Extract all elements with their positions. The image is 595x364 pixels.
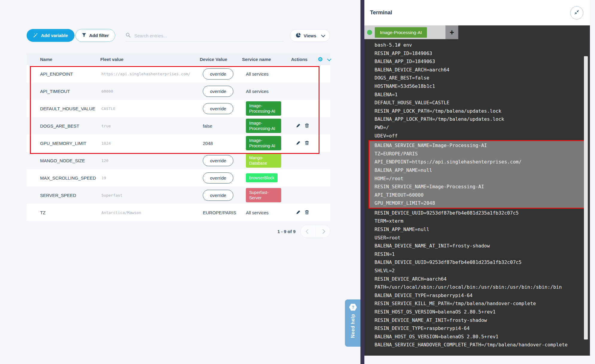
terminal-line: RESIN_DEVICE_ARCH=aarch64 xyxy=(375,275,590,283)
add-filter-button[interactable]: Add filter xyxy=(75,29,115,42)
terminal-line: TZ=EUROPE/PARIS xyxy=(375,150,585,158)
override-button[interactable]: override xyxy=(203,86,233,97)
chevron-left-icon xyxy=(306,229,311,234)
collapse-terminal-button[interactable] xyxy=(570,6,583,19)
terminal-line: RESIN=1 xyxy=(375,250,590,259)
column-label: Name xyxy=(40,57,52,62)
device-value: EUROPE/PARIS xyxy=(203,210,236,215)
terminal-line: PATH=/usr/local/sbin:/usr/local/bin:/usr… xyxy=(375,283,590,291)
need-help-tab[interactable]: ? Need help xyxy=(345,299,361,347)
column-header-device-value[interactable]: Device Value xyxy=(200,57,242,62)
table-row: DOGS_ARE_BEST true false Image-Processin… xyxy=(27,117,330,134)
fleet-value: 120 xyxy=(101,158,203,163)
terminal-line: BALENA_DEVICE_ARCH=aarch64 xyxy=(375,66,590,74)
terminal-line: BALENA_DEVICE_NAME_AT_INIT=frosty-shadow xyxy=(375,242,590,250)
variable-name: TZ xyxy=(27,210,101,215)
fleet-value: 19 xyxy=(101,176,203,180)
terminal-line: RESIN_DEVICE_NAME_AT_INIT=frosty-shadow xyxy=(375,316,590,325)
terminal-scrollbar[interactable] xyxy=(584,56,588,339)
terminal-line: bash-5.1# env xyxy=(375,41,590,49)
delete-button[interactable] xyxy=(305,210,309,215)
add-variable-button[interactable]: Add variable xyxy=(27,29,74,42)
terminal-tab-strip: Image-Processing-AI xyxy=(364,25,445,39)
trash-icon xyxy=(305,210,309,215)
edit-button[interactable] xyxy=(296,210,301,215)
table-row: API_TIMEOUT 60000 override All services xyxy=(27,82,330,100)
add-filter-label: Add filter xyxy=(89,33,109,38)
table-row: SERVER_SPEED Superfast override Superfas… xyxy=(27,186,330,204)
override-button[interactable]: override xyxy=(203,68,233,79)
table-header: Name Fleet value Device Value Service na… xyxy=(27,53,330,65)
search-input[interactable] xyxy=(134,33,284,39)
table-row: API_ENDPOINT https://api.singlehashenter… xyxy=(27,65,330,82)
sort-icon xyxy=(230,57,232,62)
table-row: MAX_SCROLLING_SPEED 19 override browserB… xyxy=(27,169,330,186)
override-button[interactable]: override xyxy=(203,172,233,183)
filter-funnel-icon xyxy=(82,33,86,38)
sort-icon xyxy=(310,57,313,62)
online-status-dot xyxy=(367,30,372,35)
terminal-line: API_TIMEOUT=60000 xyxy=(375,191,585,199)
variable-name: DEFAULT_HOUSE_VALUE xyxy=(27,106,101,111)
table-row: GPU_MEMORY_LIMIT 1024 2048 Image-Process… xyxy=(27,134,330,152)
column-label: Device Value xyxy=(200,57,227,62)
edit-button[interactable] xyxy=(296,140,301,146)
variable-name: GPU_MEMORY_LIMIT xyxy=(27,141,101,146)
service-badge: Image-Processing-AI xyxy=(246,101,281,116)
new-terminal-tab-button[interactable]: + xyxy=(445,25,458,39)
terminal-line: API_ENDPOINT=https://api.singlehashenter… xyxy=(375,158,585,166)
terminal-line: BALENA_APP_ID=1849063 xyxy=(375,57,590,66)
variable-name: API_TIMEOUT xyxy=(27,89,101,94)
terminal-line: BALENA_SERVICE_HANDOVER_COMPLETE_PATH=/t… xyxy=(375,341,590,349)
env-highlight-region: BALENA_SERVICE_NAME=Image-Processing-AIT… xyxy=(369,140,586,209)
delete-button[interactable] xyxy=(305,140,309,146)
next-page-button[interactable] xyxy=(315,225,330,238)
sort-icon xyxy=(274,57,276,62)
column-header-name[interactable]: Name xyxy=(27,57,100,62)
variables-table: Name Fleet value Device Value Service na… xyxy=(27,53,330,221)
collapse-arrows-icon xyxy=(574,9,580,16)
edit-button[interactable] xyxy=(296,123,301,129)
fleet-value: Superfast xyxy=(101,193,203,198)
terminal-line: BALENA=1 xyxy=(375,91,590,99)
terminal-line: RESIN_APP_NAME=null xyxy=(375,225,590,234)
variable-name: MANGO_NODE_SIZE xyxy=(27,158,101,163)
question-hexagon-icon: ? xyxy=(349,304,357,311)
terminal-panel: Terminal Image-Processing-AI + bash-5.1#… xyxy=(364,0,590,356)
chevron-down-icon[interactable] xyxy=(327,57,331,61)
service-badge: browserBlock xyxy=(246,173,278,182)
terminal-line: GPU_MEMORY_LIMIT=2048 xyxy=(375,199,585,207)
table-row: TZ Antarctica/Mawson EUROPE/PARIS All se… xyxy=(27,204,330,221)
trash-icon xyxy=(305,140,309,146)
column-header-service-name[interactable]: Service name xyxy=(242,57,291,62)
service-badge: Mango-Database xyxy=(246,153,281,168)
variable-name: API_ENDPOINT xyxy=(27,71,101,77)
pencil-icon xyxy=(296,123,301,129)
chevron-right-icon xyxy=(320,229,325,234)
terminal-line: RESIN_SERVICE_KILL_ME_PATH=/tmp/balena/h… xyxy=(375,299,590,308)
terminal-line: RESIN_SERVICE_NAME=Image-Processing-AI xyxy=(375,183,585,191)
override-button[interactable]: override xyxy=(203,190,233,201)
terminal-line: BALENA_DEVICE_TYPE=raspberrypi4-64 xyxy=(375,291,590,300)
fleet-value: 1024 xyxy=(101,141,203,146)
prev-page-button[interactable] xyxy=(301,225,315,238)
override-button[interactable]: override xyxy=(203,103,233,114)
override-button[interactable]: override xyxy=(203,155,233,166)
views-button[interactable]: Views xyxy=(290,29,330,42)
gear-icon[interactable]: ⚙ xyxy=(318,56,323,62)
add-variable-label: Add variable xyxy=(41,33,68,38)
terminal-line: RESIN_DEVICE_TYPE=raspberrypi4-64 xyxy=(375,324,590,333)
delete-button[interactable] xyxy=(305,123,309,129)
service-name: All services xyxy=(246,89,269,94)
column-header-fleet-value[interactable]: Fleet value xyxy=(100,57,200,62)
sort-icon xyxy=(126,57,129,62)
pencil-icon xyxy=(296,210,301,215)
panel-divider xyxy=(360,0,364,364)
column-header-actions[interactable]: Actions ⚙ xyxy=(291,56,330,62)
terminal-line: RESIN_APP_LOCK_PATH=/tmp/balena/updates.… xyxy=(375,107,590,115)
terminal-tab-image-processing-ai[interactable]: Image-Processing-AI xyxy=(375,27,427,38)
terminal-line: DOGS_ARE_BEST=false xyxy=(375,74,590,82)
views-pie-icon xyxy=(296,33,301,39)
service-name: All services xyxy=(246,71,269,77)
terminal-line: RESIN_HOST_OS_VERSION=balenaOS 2.80.5+re… xyxy=(375,308,590,316)
